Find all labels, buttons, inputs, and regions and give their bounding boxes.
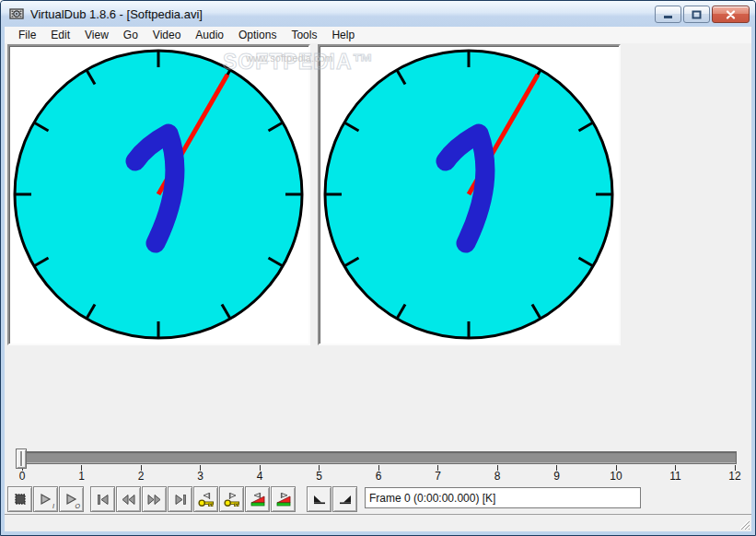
mark-out-icon xyxy=(338,493,353,506)
resize-grip[interactable] xyxy=(738,518,750,530)
transport-toolbar: I O xyxy=(5,486,751,514)
slider-tick-label: 8 xyxy=(494,471,501,483)
slider-tick-label: 9 xyxy=(553,471,560,483)
empty-area xyxy=(5,349,751,448)
slider-tick: 5 xyxy=(312,465,327,483)
minimize-button[interactable] xyxy=(655,6,681,23)
slider-tick-label: 2 xyxy=(138,471,145,483)
slider-tick: 11 xyxy=(669,465,683,483)
next-scene-button[interactable] xyxy=(271,486,296,512)
menu-item[interactable]: Edit xyxy=(43,28,77,43)
position-slider: 0 1 2 3 4 5 6 7 8 9 xyxy=(5,448,751,486)
slider-tick-label: 4 xyxy=(257,471,263,483)
slider-tick-label: 1 xyxy=(78,471,85,483)
play-output-label: O xyxy=(76,503,80,509)
slider-tick: 3 xyxy=(193,465,208,483)
previous-keyframe-button[interactable] xyxy=(193,486,218,512)
play-input-icon xyxy=(39,493,53,507)
virtualdub-app-icon xyxy=(9,6,25,21)
go-to-first-frame-button[interactable] xyxy=(90,486,115,512)
slider-tick-label: 0 xyxy=(19,471,26,483)
slider-tick-labels: 0 1 2 3 4 5 6 7 8 9 xyxy=(15,465,742,483)
double-arrow-left-icon xyxy=(121,494,136,506)
slider-tick: 4 xyxy=(252,465,267,483)
skip-to-start-icon xyxy=(96,494,110,506)
skip-to-end-icon xyxy=(173,494,188,506)
slider-track[interactable] xyxy=(18,451,737,464)
slider-tick-label: 3 xyxy=(197,471,204,483)
key-previous-icon xyxy=(198,492,215,507)
minimize-icon xyxy=(663,10,673,18)
play-input-label: I xyxy=(52,503,54,509)
slider-tick: 10 xyxy=(609,465,623,483)
menu-item[interactable]: Video xyxy=(145,28,188,43)
menu-item[interactable]: Go xyxy=(116,28,145,43)
mark-in-icon xyxy=(312,493,327,506)
client-area: FileEditViewGoVideoAudioOptionsToolsHelp… xyxy=(5,27,751,531)
title-bar: VirtualDub 1.8.6 - [Softpedia.avi] xyxy=(1,1,755,27)
slider-tick-label: 5 xyxy=(316,471,322,483)
window-title: VirtualDub 1.8.6 - [Softpedia.avi] xyxy=(30,7,203,21)
slider-tick-label: 6 xyxy=(376,471,382,483)
menu-item[interactable]: Tools xyxy=(284,28,324,43)
maximize-icon xyxy=(692,10,702,19)
double-arrow-right-icon xyxy=(146,494,162,506)
status-bar xyxy=(5,514,751,531)
stop-icon xyxy=(14,493,27,506)
slider-tick: 2 xyxy=(134,465,148,483)
slider-tick: 12 xyxy=(727,465,742,483)
go-to-last-frame-button[interactable] xyxy=(168,486,192,512)
frame-position-readout: Frame 0 (0:00:00.000) [K] xyxy=(365,487,641,508)
next-keyframe-button[interactable] xyxy=(219,486,244,512)
maximize-button[interactable] xyxy=(683,6,710,23)
step-forward-button[interactable] xyxy=(142,486,167,512)
slider-thumb[interactable] xyxy=(16,449,27,469)
slider-tick-label: 12 xyxy=(728,471,740,483)
slider-tick: 9 xyxy=(550,465,564,483)
output-clock-frame xyxy=(320,46,619,344)
mark-out-button[interactable] xyxy=(332,486,357,512)
slider-tick: 7 xyxy=(431,465,446,483)
play-input-button[interactable]: I xyxy=(33,486,58,512)
previous-scene-button[interactable] xyxy=(245,486,270,512)
menu-item[interactable]: Audio xyxy=(188,28,231,43)
play-output-button[interactable]: O xyxy=(59,486,84,512)
menu-item[interactable]: File xyxy=(11,28,43,43)
input-video-pane xyxy=(7,44,310,345)
menu-item[interactable]: Help xyxy=(324,28,362,43)
slider-tick: 6 xyxy=(371,465,386,483)
slider-tick-label: 11 xyxy=(669,471,680,483)
close-icon xyxy=(726,10,736,19)
scene-next-icon xyxy=(275,492,292,507)
slider-tick: 1 xyxy=(75,465,89,483)
stop-button[interactable] xyxy=(7,486,32,512)
mark-in-button[interactable] xyxy=(307,486,331,512)
video-panes: www.softpedia.com xyxy=(5,43,751,349)
output-video-pane xyxy=(318,44,621,345)
slider-tick: 8 xyxy=(490,465,505,483)
slider-tick-label: 7 xyxy=(435,471,441,483)
menu-bar: FileEditViewGoVideoAudioOptionsToolsHelp xyxy=(5,27,751,43)
close-button[interactable] xyxy=(712,6,750,23)
step-backward-button[interactable] xyxy=(116,486,141,512)
input-clock-frame xyxy=(9,46,308,344)
key-next-icon xyxy=(224,492,240,507)
slider-tick-label: 10 xyxy=(610,471,622,483)
caption-buttons xyxy=(655,5,750,23)
virtualdub-window: VirtualDub 1.8.6 - [Softpedia.avi] FileE… xyxy=(0,0,756,536)
menu-item[interactable]: Options xyxy=(231,28,284,43)
menu-item[interactable]: View xyxy=(77,28,116,43)
scene-previous-icon xyxy=(250,492,266,507)
